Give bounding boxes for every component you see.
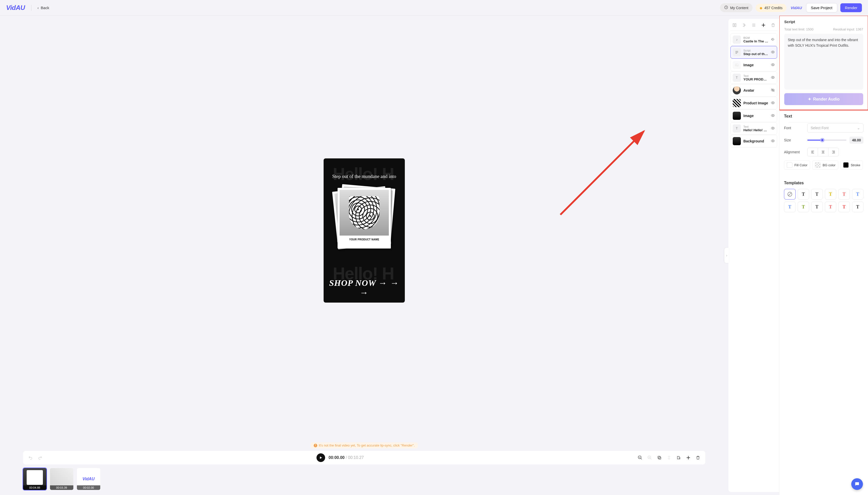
eye-off-icon[interactable] [771,88,775,93]
eye-icon[interactable] [771,50,775,55]
delete-layer-button[interactable] [770,22,776,28]
align-icon[interactable] [741,22,747,28]
script-title: Script [784,19,863,24]
add-button[interactable] [685,455,691,460]
templates-section: Templates TTTTTTTTTTT [779,177,868,216]
layer-item-2[interactable]: Image [730,58,777,71]
template-0[interactable] [784,189,796,200]
template-6[interactable]: T [784,202,796,212]
clip-1[interactable]: 00:04.88 [23,468,47,490]
align-left-button[interactable] [808,148,818,156]
play-button[interactable] [316,454,325,462]
clock-icon [724,5,728,10]
render-button[interactable]: Render [840,3,862,12]
product-caption: YOUR PRODUCT NAME [340,238,389,241]
eye-icon[interactable] [771,75,775,80]
credits-label: 457 Credits [764,6,783,10]
distribute-icon[interactable] [751,22,757,28]
svg-point-8 [772,52,773,53]
eye-icon[interactable] [771,101,775,106]
sparkle-icon: ✦ [808,97,811,102]
svg-rect-7 [735,23,736,27]
text-icon: T [733,124,741,133]
redo-button[interactable] [37,455,43,460]
clip-2[interactable]: 00:03.39 [50,468,73,490]
template-10[interactable]: T [838,202,850,212]
expand-panel-tab[interactable]: › [724,248,729,263]
template-11[interactable]: T [852,202,864,212]
layer-item-0[interactable]: ♪BGMCastle In The … [730,33,777,46]
svg-point-17 [772,140,773,141]
layer-item-7[interactable]: TTextHello! Hello! H… [730,122,777,135]
video-canvas[interactable]: Hello! H Hello! H Step out of the mundan… [324,158,405,303]
text-icon: T [733,74,741,82]
copy-button[interactable] [657,455,662,460]
crop-button[interactable] [676,455,681,460]
template-7[interactable]: T [798,202,809,212]
layer-item-4[interactable]: Avatar [730,84,777,97]
bg-color-chip[interactable]: BG color [812,160,838,170]
svg-point-11 [772,64,773,65]
save-project-button[interactable]: Save Project [806,3,837,13]
template-2[interactable]: T [811,189,823,200]
delete-button[interactable] [695,455,701,460]
layer-item-3[interactable]: TTextYOUR PROD… [730,71,777,84]
size-slider[interactable] [808,140,847,141]
mirror-icon[interactable] [732,22,737,28]
image-icon [733,61,741,69]
residual-input: Residual input: 1367 [833,28,863,31]
divider [31,5,32,11]
align-right-button[interactable] [828,148,838,156]
zoom-in-button[interactable] [647,455,653,460]
templates-title: Templates [784,181,864,185]
speaker-icon[interactable] [771,37,775,42]
eye-icon[interactable] [771,126,775,131]
clip-3-ts: 00:02.00 [77,485,100,490]
canvas-headline: Step out of the mundane and into [324,174,405,179]
size-value[interactable]: 48.00 [849,137,864,144]
template-5[interactable]: T [852,189,864,200]
clip-1-ts: 00:04.88 [23,485,47,490]
template-4[interactable]: T [838,189,850,200]
layer-item-6[interactable]: Image [730,109,777,122]
clip-2-ts: 00:03.39 [50,485,73,490]
alignment-group [808,148,839,156]
text-limit: Total text limit: 1500 [784,28,813,31]
back-button[interactable]: ‹ Back [38,5,49,10]
font-label: Font [784,126,804,130]
image-thumb-icon [733,112,741,120]
font-select[interactable]: Select Font ⌄ [808,123,864,133]
eye-icon[interactable] [771,139,775,144]
layer-item-5[interactable]: Product Image [730,97,777,109]
split-button[interactable] [666,455,672,460]
clip-3[interactable]: VidAU00:02.00 [77,468,100,490]
layer-item-8[interactable]: Background [730,135,777,148]
script-section: Script Total text limit: 1500 Residual i… [779,16,868,110]
fill-color-chip[interactable]: Fill Color [784,160,810,170]
template-1[interactable]: T [798,189,809,200]
chevron-left-icon: ‹ [38,5,39,10]
layer-item-1[interactable]: ScriptStep out of th… [730,46,777,58]
stroke-color-chip[interactable]: Stroke [840,160,863,170]
svg-point-12 [772,77,773,78]
my-content-button[interactable]: My Content [720,3,752,12]
layers-toolbar [730,21,777,31]
template-8[interactable]: T [811,202,823,212]
image-thumb-icon [733,99,741,107]
warning-text: It's not the final video yet, To get acc… [319,443,415,447]
align-center-button[interactable] [818,148,828,156]
script-textarea[interactable]: Step out of the mundane and into the vib… [784,34,863,90]
zoom-out-button[interactable] [637,455,643,460]
clips-row: 00:04.88 00:03.39 VidAU00:02.00 [23,468,706,490]
eye-icon[interactable] [771,63,775,68]
template-9[interactable]: T [825,202,836,212]
chat-widget[interactable] [851,478,863,490]
render-audio-button[interactable]: ✦ Render Audio [784,93,863,105]
undo-button[interactable] [28,455,33,460]
warning-icon: ! [314,444,317,447]
eye-icon[interactable] [771,114,775,118]
timeline-toolbar: 00:00.00 / 00:10.27 [23,451,706,464]
credits-badge[interactable]: ◆ 457 Credits [756,4,787,12]
add-layer-button[interactable] [761,22,766,28]
template-3[interactable]: T [825,189,836,200]
